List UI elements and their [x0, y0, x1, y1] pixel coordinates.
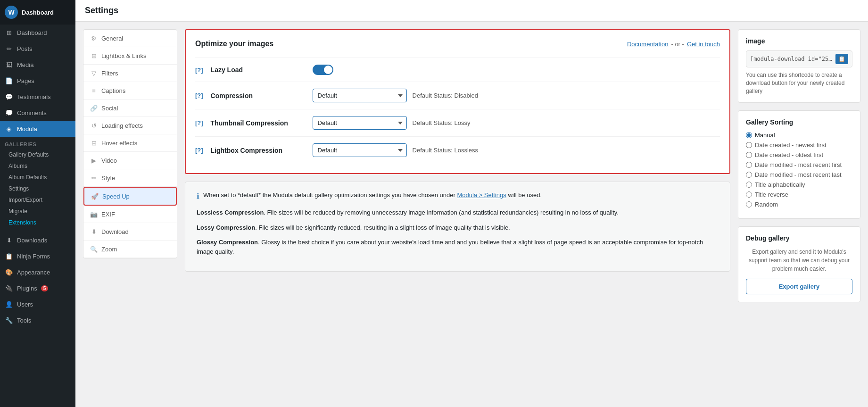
- sidebar-item-dashboard[interactable]: ⊞ Dashboard: [0, 25, 75, 41]
- sort-title-alpha[interactable]: Title alphabetically: [746, 181, 852, 188]
- lightbox-compression-status: Default Status: Lossless: [413, 147, 478, 154]
- sidebar-item-gallery-defaults[interactable]: Gallery Defaults: [4, 149, 75, 160]
- settings-nav-exif[interactable]: 📷 EXIF: [83, 206, 177, 223]
- lightbox-help[interactable]: [?]: [195, 147, 203, 154]
- settings-nav-filters-label: Filters: [101, 70, 118, 77]
- settings-nav-hover-effects[interactable]: ⊞ Hover effects: [83, 134, 177, 152]
- thumbnail-compression-label: Thumbnail Compression: [211, 119, 305, 127]
- compression-help[interactable]: [?]: [195, 92, 203, 99]
- comments-icon: 💭: [5, 108, 13, 117]
- thumbnail-help[interactable]: [?]: [195, 119, 203, 126]
- right-sidebar: image [modula-download id="250"]Dc 📋 You…: [738, 29, 860, 302]
- sort-modified-last-radio[interactable]: [746, 172, 752, 178]
- sidebar-item-migrate[interactable]: Migrate: [4, 206, 75, 217]
- get-in-touch-link[interactable]: Get in touch: [687, 41, 720, 48]
- shortcode-value: [modula-download id="250"]Dc: [750, 56, 834, 62]
- lazy-load-help[interactable]: [?]: [195, 66, 203, 74]
- settings-nav-video[interactable]: ▶ Video: [83, 152, 177, 169]
- optimize-panel: Optimize your images Documentation - or …: [185, 29, 730, 174]
- zoom-nav-icon: 🔍: [90, 245, 98, 253]
- sort-manual-radio[interactable]: [746, 132, 752, 138]
- sort-date-oldest[interactable]: Date created - oldest first: [746, 151, 852, 158]
- sidebar-label-pages: Pages: [17, 77, 34, 84]
- sidebar-item-ninja-forms[interactable]: 📋 Ninja Forms: [0, 248, 75, 264]
- sort-modified-last[interactable]: Date modified - most recent last: [746, 171, 852, 178]
- sort-title-reverse[interactable]: Title reverse: [746, 191, 852, 198]
- settings-nav-lightbox[interactable]: ⊞ Lightbox & Links: [83, 47, 177, 65]
- sort-random[interactable]: Random: [746, 201, 852, 208]
- sidebar-label-appearance: Appearance: [17, 269, 50, 276]
- sidebar-label-users: Users: [17, 301, 33, 308]
- copy-shortcode-button[interactable]: 📋: [835, 54, 848, 64]
- sort-title-reverse-label: Title reverse: [755, 191, 788, 198]
- sidebar-logo[interactable]: W Dashboard: [0, 0, 75, 25]
- settings-nav-loading-label: Loading effects: [101, 122, 143, 129]
- sidebar-item-plugins[interactable]: 🔌 Plugins 5: [0, 280, 75, 296]
- dashboard-icon: ⊞: [5, 28, 13, 37]
- media-icon: 🖼: [5, 60, 13, 69]
- sidebar-item-posts[interactable]: ✏ Posts: [0, 41, 75, 57]
- sidebar-label-testimonials: Testimonials: [17, 93, 51, 100]
- settings-nav-captions[interactable]: ≡ Captions: [83, 82, 177, 100]
- plugins-icon: 🔌: [5, 284, 13, 292]
- sort-random-radio[interactable]: [746, 201, 752, 208]
- sort-date-newest[interactable]: Date created - newest first: [746, 141, 852, 149]
- settings-nav-speed-up[interactable]: 🚀 Speed Up: [83, 187, 177, 206]
- sort-modified-last-label: Date modified - most recent last: [755, 171, 842, 178]
- settings-nav-zoom[interactable]: 🔍 Zoom: [83, 241, 177, 258]
- sidebar-item-testimonials[interactable]: 💬 Testimonials: [0, 89, 75, 105]
- gallery-defaults-label: Gallery Defaults: [8, 151, 49, 158]
- sort-date-newest-radio[interactable]: [746, 142, 752, 148]
- sidebar-item-album-defaults[interactable]: Album Defaults: [4, 172, 75, 183]
- sidebar-item-media[interactable]: 🖼 Media: [0, 57, 75, 73]
- sidebar-item-albums[interactable]: Albums: [4, 160, 75, 172]
- documentation-link[interactable]: Documentation: [627, 41, 668, 48]
- sidebar-item-comments[interactable]: 💭 Comments: [0, 105, 75, 121]
- main-wrapper: Settings ⚙ General ⊞ Lightbox & Links ▽ …: [75, 0, 868, 407]
- sort-modified-recent-radio[interactable]: [746, 162, 752, 168]
- settings-nav-style[interactable]: ✏ Style: [83, 169, 177, 187]
- settings-nav-loading-effects[interactable]: ↺ Loading effects: [83, 117, 177, 134]
- extensions-label: Extensions: [8, 219, 36, 226]
- sort-title-alpha-radio[interactable]: [746, 182, 752, 188]
- speed-up-nav-icon: 🚀: [91, 192, 99, 200]
- sidebar-item-pages[interactable]: 📄 Pages: [0, 73, 75, 89]
- modula-settings-link[interactable]: Modula > Settings: [457, 191, 506, 199]
- thumbnail-compression-select[interactable]: Default Lossless Lossy Glossy Disabled: [313, 116, 407, 130]
- sidebar-item-tools[interactable]: 🔧 Tools: [0, 312, 75, 328]
- sidebar-item-appearance[interactable]: 🎨 Appearance: [0, 264, 75, 280]
- lazy-load-toggle[interactable]: [313, 65, 333, 75]
- settings-nav-download[interactable]: ⬇ Download: [83, 223, 177, 241]
- sidebar-label-comments: Comments: [17, 109, 47, 116]
- sort-modified-recent[interactable]: Date modified - most recent first: [746, 161, 852, 168]
- compression-label: Compression: [211, 92, 305, 100]
- optimize-links: Documentation - or - Get in touch: [627, 41, 720, 48]
- sort-title-reverse-radio[interactable]: [746, 191, 752, 198]
- settings-nav-social[interactable]: 🔗 Social: [83, 100, 177, 117]
- compression-select[interactable]: Default Lossless Lossy Glossy Disabled: [313, 89, 407, 102]
- sidebar-label-downloads: Downloads: [17, 237, 47, 244]
- lossy-title: Lossy Compression: [197, 224, 255, 231]
- sidebar-item-modula[interactable]: ◈ Modula: [0, 121, 75, 137]
- thumbnail-compression-row: [?] Thumbnail Compression Default Lossle…: [195, 109, 720, 136]
- sidebar-item-extensions[interactable]: Extensions: [4, 217, 75, 228]
- sidebar-item-downloads[interactable]: ⬇ Downloads: [0, 232, 75, 248]
- content-area: Settings ⚙ General ⊞ Lightbox & Links ▽ …: [75, 0, 868, 407]
- lightbox-compression-select[interactable]: Default Lossless Lossy Glossy Disabled: [313, 143, 407, 157]
- sidebar-item-import-export[interactable]: Import/Export: [4, 194, 75, 206]
- sort-date-oldest-radio[interactable]: [746, 152, 752, 158]
- settings-nav-hover-label: Hover effects: [101, 140, 137, 147]
- export-gallery-button[interactable]: Export gallery: [746, 279, 852, 294]
- general-nav-icon: ⚙: [90, 34, 98, 42]
- info-panel: ℹ When set to *default* the Modula defau…: [185, 182, 730, 272]
- settings-nav-general-label: General: [101, 35, 123, 42]
- wp-logo-icon: W: [5, 6, 18, 19]
- sidebar-item-settings[interactable]: Settings: [4, 183, 75, 194]
- settings-nav-filters[interactable]: ▽ Filters: [83, 65, 177, 82]
- sidebar-item-users[interactable]: 👤 Users: [0, 296, 75, 312]
- settings-nav-download-label: Download: [101, 228, 129, 235]
- lazy-load-label: Lazy Load: [211, 66, 305, 74]
- sort-date-newest-label: Date created - newest first: [755, 141, 827, 149]
- settings-nav-general[interactable]: ⚙ General: [83, 30, 177, 47]
- sort-manual[interactable]: Manual: [746, 132, 852, 139]
